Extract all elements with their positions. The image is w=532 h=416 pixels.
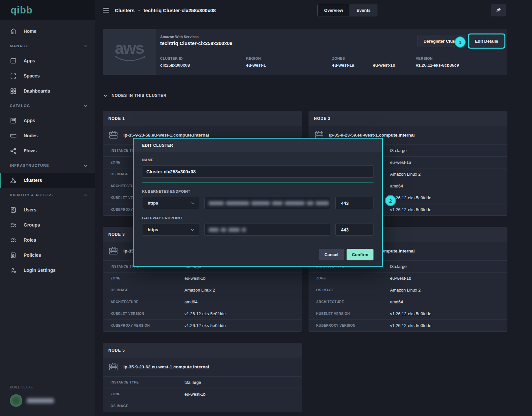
avatar[interactable] xyxy=(10,394,22,407)
row-value: t3a.large xyxy=(390,264,407,269)
edit-cluster-modal: EDIT CLUSTER NAME KUBERNETES ENDPOINT ht… xyxy=(133,138,383,267)
row-value: v1.26.12-eks-5e0fdde xyxy=(184,311,226,316)
table-row: KUBELET VERSIONv1.26.12-eks-5e0fdde xyxy=(103,308,302,320)
row-value: v1.26.12-eks-5e0fdde xyxy=(390,311,432,316)
home-icon xyxy=(10,28,17,35)
user-name-redacted xyxy=(27,398,54,403)
sidebar-item-label: Users xyxy=(24,207,36,212)
modal-title: EDIT CLUSTER xyxy=(134,139,382,152)
table-row: ZONEeu-west-1b xyxy=(103,273,302,284)
section-divider xyxy=(142,182,373,183)
breadcrumb-clusters-link[interactable]: Clusters xyxy=(115,8,135,13)
gateway-port-input[interactable] xyxy=(335,224,373,236)
sidebar-section-manage[interactable]: MANAGE xyxy=(0,39,95,53)
nodes-icon xyxy=(10,132,17,139)
sidebar-item-users[interactable]: Users xyxy=(0,202,95,217)
row-value: amd64 xyxy=(184,299,198,304)
sidebar-section-catalog[interactable]: CATALOG xyxy=(0,99,95,113)
row-value: v1.26.12-eks-5e0fdde xyxy=(390,323,432,328)
gateway-url-input[interactable] xyxy=(204,224,330,236)
cluster-card-body: Amazon Web Services techtriq Cluster-clx… xyxy=(156,29,507,75)
chevron-down-icon xyxy=(83,44,88,49)
confirm-button[interactable]: Confirm xyxy=(347,249,373,260)
cluster-name-input[interactable] xyxy=(142,165,373,178)
cancel-button[interactable]: Cancel xyxy=(319,249,344,260)
row-value: v1.26.12-eks-5e0fdde xyxy=(184,323,226,328)
row-label: ARCHITECTURE xyxy=(316,300,390,304)
dashboards-icon xyxy=(10,88,17,95)
table-row: ARCHITECTUREamd64 xyxy=(103,296,302,308)
sidebar-item-login-settings[interactable]: Login Settings xyxy=(0,263,95,278)
sidebar-item-groups[interactable]: Groups xyxy=(0,217,95,232)
gateway-endpoint-row: https xyxy=(142,224,373,236)
field-region: REGION eu-west-1 xyxy=(246,56,332,68)
table-row: INSTANCE TYPEt3a.large xyxy=(103,377,302,388)
node-hostname: ip-35-9-23-59.eu-west-1.compute.internal xyxy=(329,133,415,138)
gateway-protocol-select[interactable]: https xyxy=(142,224,199,236)
sidebar-item-label: Login Settings xyxy=(24,268,55,273)
sidebar-item-roles[interactable]: Roles xyxy=(0,232,95,248)
row-value: v1.26.12-eks-5e0fdde xyxy=(390,195,432,200)
row-value: eu-west-1b xyxy=(390,276,411,281)
page-title: techtriq Cluster-clx258x300x08 xyxy=(143,8,216,13)
redacted-gateway-url xyxy=(209,228,246,232)
table-row: OS IMAGEAmazon Linux 2 xyxy=(309,284,508,296)
table-row: KUBEPROXY VERSIONv1.26.12-eks-5e0fdde xyxy=(309,320,508,332)
apps-icon xyxy=(10,57,17,64)
sidebar-item-label: Policies xyxy=(24,252,41,258)
row-label: KUBELET VERSION xyxy=(111,312,184,316)
roles-icon xyxy=(10,237,17,244)
server-icon xyxy=(108,247,118,255)
field-version: VERSION v1.26.11-eks-8cb36c9 xyxy=(416,56,459,68)
row-label: OS IMAGE xyxy=(111,404,184,408)
tab-events[interactable]: Events xyxy=(350,4,377,16)
tab-overview[interactable]: Overview xyxy=(318,4,350,16)
kubernetes-port-input[interactable] xyxy=(335,197,373,209)
sidebar-section-identity-access[interactable]: IDENTITY & ACCESS xyxy=(0,188,95,202)
sidebar-item-clusters[interactable]: Clusters xyxy=(0,173,95,188)
policies-icon xyxy=(10,252,17,259)
edit-details-button[interactable]: Edit Details xyxy=(469,35,504,47)
topbar: Clusters • techtriq Cluster-clx258x300x0… xyxy=(95,0,532,20)
cluster-summary-card: aws Amazon Web Services techtriq Cluster… xyxy=(103,29,507,75)
node-hostname: ip-35-9-23-62.eu-west-1.compute.internal xyxy=(123,364,209,369)
modal-body: NAME KUBERNETES ENDPOINT https GATEWAY E… xyxy=(134,152,382,236)
row-label: ZONE xyxy=(111,276,184,280)
sidebar-item-nodes[interactable]: Nodes xyxy=(0,128,95,143)
hamburger-menu-icon[interactable] xyxy=(103,8,109,13)
breadcrumb-separator: • xyxy=(138,8,140,13)
row-label: OS IMAGE xyxy=(111,288,184,292)
nodes-section-toggle[interactable]: NODES IN THIS CLUSTER xyxy=(103,93,507,98)
name-label: NAME xyxy=(142,158,373,162)
sidebar-item-spaces[interactable]: Spaces xyxy=(0,68,95,83)
row-value: Amazon Linux 2 xyxy=(390,288,421,293)
row-label: KUBEPROXY VERSION xyxy=(111,324,184,327)
field-zones: ZONES eu-west-1a eu-west-1b xyxy=(332,56,416,68)
sidebar: qibb Home MANAGE Apps Spaces xyxy=(0,0,95,416)
sidebar-item-dashboards[interactable]: Dashboards xyxy=(0,83,95,99)
chevron-down-icon xyxy=(190,228,195,232)
aws-logo-text: aws xyxy=(115,41,144,55)
sidebar-item-home[interactable]: Home xyxy=(0,24,95,39)
sidebar-item-flows[interactable]: Flows xyxy=(0,143,95,158)
row-value: Amazon Linux 2 xyxy=(184,288,215,293)
sidebar-item-apps[interactable]: Apps xyxy=(0,53,95,68)
row-label: ZONE xyxy=(111,392,184,396)
sidebar-section-infrastructure[interactable]: INFRASTRUCTURE xyxy=(0,158,95,173)
kubernetes-endpoint-label: KUBERNETES ENDPOINT xyxy=(142,189,373,194)
row-label: OS IMAGE xyxy=(316,288,390,292)
protocol-value: https xyxy=(148,201,158,206)
kubernetes-endpoint-row: https xyxy=(142,197,373,209)
kubernetes-protocol-select[interactable]: https xyxy=(142,197,199,209)
node-card-title: NODE 2 xyxy=(309,111,508,126)
sidebar-item-policies[interactable]: Policies xyxy=(0,248,95,263)
pin-button[interactable] xyxy=(491,4,506,16)
section-label: CATALOG xyxy=(10,104,30,108)
node-card-title: NODE 1 xyxy=(103,111,302,126)
view-tabs: Overview Events xyxy=(317,4,377,16)
zone-value: eu-west-1a xyxy=(332,63,354,68)
qibb-logo[interactable]: qibb xyxy=(11,5,32,16)
sidebar-item-catalog-apps[interactable]: Apps xyxy=(0,113,95,128)
kubernetes-url-input[interactable] xyxy=(204,197,330,209)
sidebar-item-label: Clusters xyxy=(24,178,42,183)
